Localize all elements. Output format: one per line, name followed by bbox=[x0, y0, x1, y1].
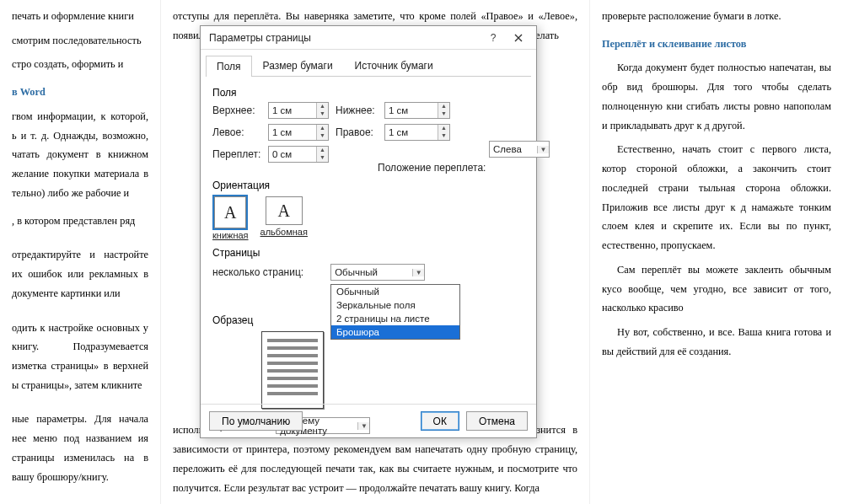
tab-paper-source[interactable]: Источник бумаги bbox=[344, 55, 444, 76]
down-icon[interactable]: ▼ bbox=[438, 110, 449, 118]
spinner-top[interactable]: 1 см▲▼ bbox=[268, 102, 329, 119]
value-left: 1 см bbox=[269, 127, 316, 137]
help-button[interactable]: ? bbox=[481, 29, 506, 47]
label-bottom: Нижнее: bbox=[336, 105, 378, 116]
page-setup-dialog: Параметры страницы ? Поля Размер бумаги … bbox=[200, 25, 537, 438]
portrait-icon: A bbox=[214, 196, 246, 228]
bg-text: отредактируйте и настройте их ошибок или… bbox=[12, 245, 148, 303]
select-gutterpos[interactable]: Слева▼ bbox=[489, 141, 550, 158]
up-icon[interactable]: ▲ bbox=[317, 103, 328, 110]
dropdown-multiple-pages: Обычный Зеркальные поля 2 страницы на ли… bbox=[330, 284, 460, 340]
bg-text: Естественно, начать стоит с первого лист… bbox=[602, 140, 831, 255]
group-margins-label: Поля bbox=[212, 87, 524, 99]
default-button[interactable]: По умолчанию bbox=[209, 411, 303, 431]
label-top: Верхнее: bbox=[212, 105, 261, 116]
orientation-portrait-label: книжная bbox=[212, 230, 249, 240]
label-left: Левое: bbox=[212, 126, 261, 138]
dropdown-option[interactable]: 2 страницы на листе bbox=[331, 312, 459, 325]
value-multiple: Обычный bbox=[331, 267, 412, 277]
spinner-gutter[interactable]: 0 см▲▼ bbox=[268, 146, 329, 163]
value-bottom: 1 см bbox=[385, 105, 438, 115]
bg-text: смотрим последовательность bbox=[12, 31, 148, 51]
orientation-landscape-label: альбомная bbox=[260, 227, 308, 237]
value-right: 1 см bbox=[385, 127, 438, 137]
landscape-icon: A bbox=[266, 196, 303, 225]
spinner-right[interactable]: 1 см▲▼ bbox=[384, 124, 450, 141]
spinner-bottom[interactable]: 1 см▲▼ bbox=[384, 102, 450, 119]
spinner-left[interactable]: 1 см▲▼ bbox=[268, 124, 329, 141]
up-icon[interactable]: ▲ bbox=[438, 125, 449, 132]
bg-heading: в Word bbox=[12, 83, 148, 102]
titlebar: Параметры страницы ? bbox=[201, 26, 536, 50]
chevron-down-icon: ▼ bbox=[537, 146, 549, 153]
tab-margins[interactable]: Поля bbox=[206, 56, 252, 77]
group-pages-label: Страницы bbox=[212, 247, 524, 259]
dropdown-option[interactable]: Брошюра bbox=[331, 325, 459, 339]
bg-text: проверьте расположение бумаги в лотке. bbox=[602, 7, 831, 26]
group-orient-label: Ориентация bbox=[212, 180, 524, 191]
bg-text: печать и оформление книги bbox=[12, 7, 148, 26]
cancel-button[interactable]: Отмена bbox=[466, 411, 528, 431]
bg-text: Когда документ будет полностью напечатан… bbox=[602, 58, 831, 135]
dropdown-option[interactable]: Зеркальные поля bbox=[331, 298, 459, 312]
label-multiple: несколько страниц: bbox=[212, 266, 303, 278]
up-icon[interactable]: ▲ bbox=[317, 125, 328, 132]
label-right: Правое: bbox=[336, 126, 378, 138]
tab-paper-size[interactable]: Размер бумаги bbox=[252, 55, 344, 76]
tab-bar: Поля Размер бумаги Источник бумаги bbox=[206, 55, 531, 77]
chevron-down-icon: ▼ bbox=[412, 269, 424, 276]
bg-text: одить к настройке основных у книгу. Подр… bbox=[12, 319, 148, 395]
orientation-portrait[interactable]: A книжная bbox=[212, 196, 249, 240]
bg-heading: Переплёт и склеивание листов bbox=[602, 35, 831, 54]
value-gutterpos: Слева bbox=[490, 144, 537, 154]
close-button[interactable] bbox=[506, 29, 531, 47]
sample-preview bbox=[261, 331, 324, 409]
orientation-landscape[interactable]: A альбомная bbox=[260, 196, 308, 240]
bg-text: стро создать, оформить и bbox=[12, 55, 148, 74]
dropdown-option[interactable]: Обычный bbox=[331, 285, 459, 298]
down-icon[interactable]: ▼ bbox=[317, 132, 328, 140]
down-icon[interactable]: ▼ bbox=[317, 110, 328, 118]
label-gutterpos: Положение переплета: bbox=[378, 162, 486, 174]
down-icon[interactable]: ▼ bbox=[438, 132, 449, 140]
ok-button[interactable]: ОК bbox=[421, 411, 459, 431]
bg-text: гвом информации, к которой, ь и т. д. Од… bbox=[12, 107, 148, 203]
value-gutter: 0 см bbox=[269, 149, 316, 159]
close-icon bbox=[514, 34, 523, 42]
down-icon[interactable]: ▼ bbox=[317, 154, 328, 162]
bg-text: Ну вот, собственно, и все. Ваша книга го… bbox=[602, 323, 831, 361]
value-top: 1 см bbox=[269, 105, 316, 115]
up-icon[interactable]: ▲ bbox=[438, 103, 449, 110]
select-multiple-pages[interactable]: Обычный▼ bbox=[330, 264, 425, 281]
up-icon[interactable]: ▲ bbox=[317, 147, 328, 154]
dialog-title: Параметры страницы bbox=[209, 32, 481, 44]
bg-text: Сам переплёт вы можете заклеить обычным … bbox=[602, 260, 831, 318]
bg-text: ные параметры. Для начала нее меню под н… bbox=[12, 410, 148, 486]
label-gutter: Переплет: bbox=[212, 148, 261, 160]
bg-text: , в котором представлен ряд bbox=[12, 212, 148, 231]
